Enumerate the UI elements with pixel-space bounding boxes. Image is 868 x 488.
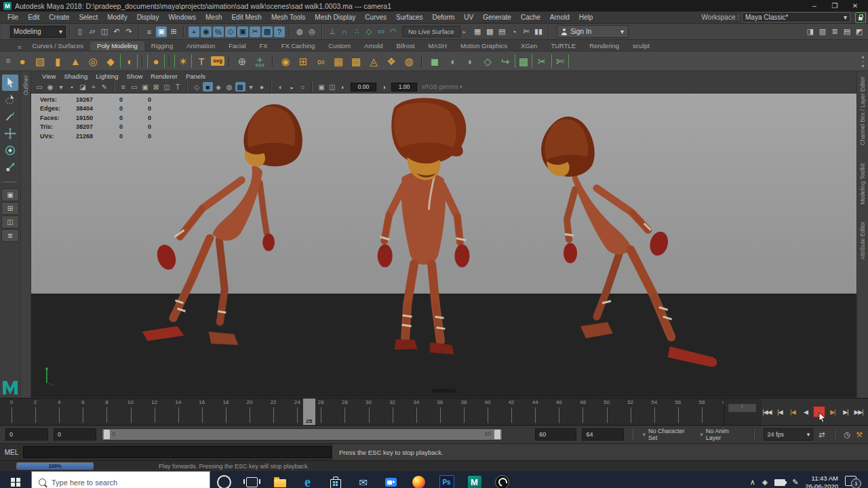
menu-create[interactable]: Create bbox=[44, 14, 74, 21]
snap-to-view-plane-icon[interactable]: ▭ bbox=[376, 26, 387, 37]
playback-end-field[interactable]: 60 bbox=[535, 428, 576, 441]
step-back-key-button[interactable]: |◀ bbox=[787, 407, 798, 418]
show-manipulators-icon[interactable]: T bbox=[173, 82, 183, 92]
menu-display[interactable]: Display bbox=[132, 14, 164, 21]
go-to-end-button[interactable]: ▶▶| bbox=[853, 407, 864, 418]
paint-select-tool[interactable] bbox=[2, 108, 18, 125]
mask-handles-icon[interactable]: ◉ bbox=[201, 26, 212, 37]
render-view-icon[interactable]: ▦ bbox=[472, 26, 483, 37]
taskbar-app-obs[interactable] bbox=[488, 471, 516, 488]
menu-edit-mesh[interactable]: Edit Mesh bbox=[226, 14, 266, 21]
poly-cylinder-icon[interactable]: ▮ bbox=[50, 53, 66, 69]
toggle-tool-settings-icon[interactable]: ≣ bbox=[829, 26, 840, 37]
outliner-collapsed-tab[interactable]: Outliner bbox=[20, 71, 31, 398]
field-chart-icon[interactable]: ◫ bbox=[328, 82, 338, 92]
all-lights-mode-icon[interactable]: ◫ bbox=[162, 82, 172, 92]
open-scene-icon[interactable]: ▱ bbox=[87, 26, 98, 37]
taskbar-app-store[interactable] bbox=[321, 471, 349, 488]
render-settings-icon[interactable]: ✄ bbox=[521, 26, 532, 37]
menu-file[interactable]: File bbox=[3, 14, 23, 21]
mel-label[interactable]: MEL bbox=[0, 449, 23, 456]
live-surface-field[interactable]: No Live Surface bbox=[402, 26, 460, 37]
shelf-tab-xgen[interactable]: XGen bbox=[514, 41, 544, 51]
shelf-gear-icon[interactable]: ⚙ bbox=[5, 58, 11, 64]
select-tool[interactable] bbox=[2, 75, 18, 91]
two-d-pan-zoom-icon[interactable]: + bbox=[89, 82, 99, 92]
poly-torus-icon[interactable]: ◎ bbox=[85, 53, 101, 69]
panel-tab-modeling-toolkit[interactable]: Modeling Toolkit bbox=[859, 163, 866, 205]
time-slider-scrollbar[interactable]: II bbox=[728, 404, 756, 412]
panel-menu-view[interactable]: View bbox=[38, 73, 60, 80]
locator-icon[interactable]: +0,0,0 bbox=[252, 53, 268, 69]
exposure-icon[interactable]: ◐ bbox=[338, 82, 349, 92]
taskbar-search[interactable]: Type here to search bbox=[31, 471, 210, 488]
animation-end-field[interactable]: 64 bbox=[582, 428, 623, 441]
range-start-handle[interactable] bbox=[104, 430, 110, 439]
menu-generate[interactable]: Generate bbox=[478, 14, 516, 21]
panel-tab-channel-box-layer-editor[interactable]: Channel Box / Layer Editor bbox=[859, 77, 866, 146]
undo-icon[interactable]: ↶ bbox=[111, 26, 122, 37]
menu-set-dropdown[interactable]: Modeling▾ bbox=[10, 26, 66, 38]
select-component-icon[interactable]: ⊞ bbox=[168, 26, 179, 37]
snap-to-grid-icon[interactable]: ⊥ bbox=[327, 26, 338, 37]
workspace-dropdown[interactable]: Maya Classic*▾ bbox=[742, 12, 850, 22]
remesh-icon[interactable]: ▦ bbox=[330, 53, 347, 69]
shelf-tab-poly-modeling[interactable]: Poly Modeling bbox=[90, 41, 144, 51]
menu-edit[interactable]: Edit bbox=[23, 14, 44, 21]
measure-distance-icon[interactable]: ⊕ bbox=[234, 53, 250, 69]
poly-disc-icon[interactable]: ◖ bbox=[120, 54, 138, 68]
use-default-material-icon[interactable]: ◍ bbox=[224, 82, 235, 92]
camera-attributes-icon[interactable]: ▾ bbox=[56, 82, 66, 92]
taskbar-app-cortana[interactable] bbox=[210, 471, 238, 488]
menu-select[interactable]: Select bbox=[74, 14, 102, 21]
minimize-button[interactable]: – bbox=[804, 0, 825, 12]
action-center-icon[interactable]: 1 bbox=[845, 476, 863, 488]
pause-viewport-icon[interactable]: ▮▮ bbox=[533, 26, 544, 37]
render-sequence-icon[interactable]: ◔ bbox=[509, 26, 519, 37]
taskbar-app-maya[interactable]: M bbox=[460, 471, 488, 488]
tray-chevron-icon[interactable]: ∧ bbox=[750, 478, 755, 487]
svg-tool-icon[interactable]: svg bbox=[211, 56, 224, 66]
extrude-icon[interactable]: ❖ bbox=[383, 53, 399, 69]
move-tool[interactable] bbox=[2, 125, 18, 142]
menu-deform[interactable]: Deform bbox=[428, 14, 460, 21]
workspace-lock-icon[interactable] bbox=[855, 12, 866, 23]
shaded-mode-icon[interactable]: ▣ bbox=[140, 82, 151, 92]
select-hierarchy-icon[interactable]: ≡ bbox=[144, 26, 155, 37]
animation-start-field[interactable]: 0 bbox=[5, 428, 48, 441]
range-end-handle[interactable] bbox=[494, 430, 500, 439]
panel-tab-attribute-editor[interactable]: Attribute Editor bbox=[859, 222, 866, 260]
exposure-field[interactable]: 0.00 bbox=[351, 83, 376, 92]
bevel-icon[interactable]: ◬ bbox=[366, 53, 382, 69]
ipr-render-icon[interactable]: ▤ bbox=[496, 26, 507, 37]
append-polygon-icon[interactable]: ◖ bbox=[444, 53, 460, 69]
fps-dropdown[interactable]: 24 fps▾ bbox=[764, 428, 813, 441]
sign-in-button[interactable]: Sign In ▾ bbox=[557, 25, 629, 38]
pen-icon[interactable]: ✎ bbox=[792, 478, 798, 487]
new-scene-icon[interactable]: ▯ bbox=[75, 26, 85, 37]
step-back-frame-button[interactable]: |◀ bbox=[774, 407, 785, 418]
toggle-channel-box-icon[interactable]: ◨ bbox=[805, 26, 816, 37]
play-backwards-button[interactable]: ◀ bbox=[800, 407, 811, 418]
poly-sphere-icon[interactable]: ● bbox=[14, 53, 31, 69]
select-camera-icon[interactable]: ▭ bbox=[35, 82, 45, 92]
loop-playback-icon[interactable]: ⇄ bbox=[818, 430, 825, 439]
menu-surfaces[interactable]: Surfaces bbox=[391, 14, 427, 21]
sculpt-cube-icon[interactable]: ◇ bbox=[479, 53, 496, 69]
menu-mesh-display[interactable]: Mesh Display bbox=[310, 14, 360, 21]
dropbox-icon[interactable]: ◈ bbox=[762, 478, 768, 487]
retopo-icon[interactable]: ▩ bbox=[348, 53, 364, 69]
layout-two-pane[interactable]: ◫ bbox=[1, 216, 19, 228]
shelf-tab-animation[interactable]: Animation bbox=[180, 41, 222, 51]
shelf-tab-fx-caching[interactable]: FX Caching bbox=[275, 41, 322, 51]
taskbar-app-photoshop[interactable]: Ps bbox=[433, 471, 460, 488]
layout-four-pane[interactable]: ⊞ bbox=[1, 202, 19, 215]
poly-cube-icon[interactable]: ▧ bbox=[32, 53, 48, 69]
layout-single-pane[interactable]: ▣ bbox=[1, 188, 19, 201]
toggle-workspace-panels-icon[interactable]: ▤ bbox=[842, 26, 852, 37]
bookmark-icon[interactable]: ▪ bbox=[67, 82, 77, 92]
panel-menu-shading[interactable]: Shading bbox=[60, 73, 92, 80]
lasso-tool[interactable] bbox=[2, 92, 18, 108]
lock-selection-icon[interactable]: ◍ bbox=[294, 26, 305, 37]
anim-layer-dropdown[interactable]: ▾No Anim Layer bbox=[700, 429, 745, 440]
